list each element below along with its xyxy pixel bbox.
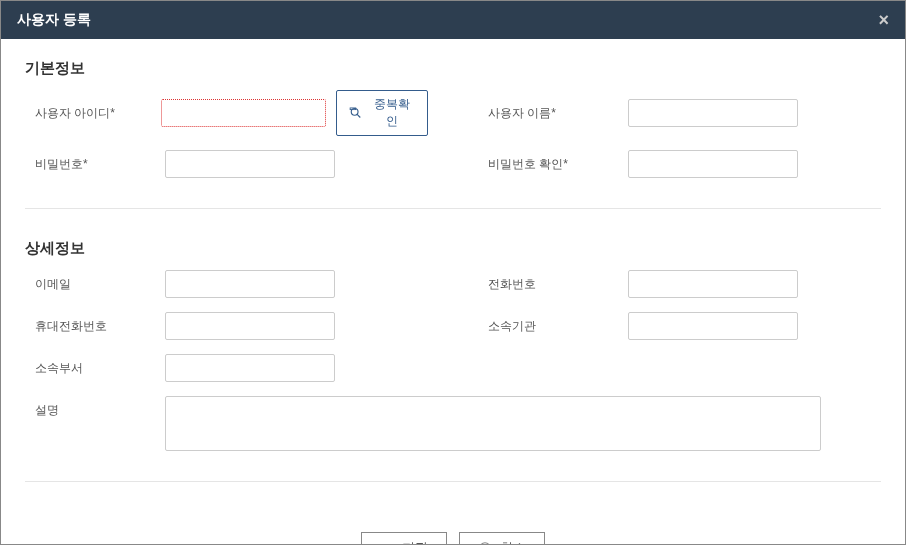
svg-line-1: [357, 114, 360, 117]
dialog-footer: 저장 취소: [25, 512, 881, 544]
dialog-header: 사용자 등록 ×: [1, 1, 905, 39]
detail-info-title: 상세정보: [25, 239, 881, 258]
user-name-label: 사용자 이름*: [478, 105, 628, 122]
cancel-icon: [478, 541, 492, 544]
save-button-label: 저장: [402, 539, 428, 544]
mobile-label: 휴대전화번호: [25, 318, 165, 335]
basic-info-section: 기본정보 사용자 아이디* 중복확인 사용자 이름*: [25, 59, 881, 209]
email-label: 이메일: [25, 276, 165, 293]
search-duplicate-icon: [349, 106, 363, 120]
user-name-input[interactable]: [628, 99, 798, 127]
check-icon: [380, 541, 394, 544]
duplicate-check-button[interactable]: 중복확인: [336, 90, 428, 136]
dialog-body: 기본정보 사용자 아이디* 중복확인 사용자 이름*: [1, 39, 905, 544]
cancel-button-label: 취소: [500, 539, 526, 544]
dialog-title: 사용자 등록: [17, 11, 91, 29]
basic-info-title: 기본정보: [25, 59, 881, 78]
phone-input[interactable]: [628, 270, 798, 298]
user-id-input[interactable]: [161, 99, 326, 127]
dept-input[interactable]: [165, 354, 335, 382]
user-registration-dialog: 사용자 등록 × 기본정보 사용자 아이디* 중복확인: [0, 0, 906, 545]
mobile-input[interactable]: [165, 312, 335, 340]
dept-label: 소속부서: [25, 360, 165, 377]
password-confirm-input[interactable]: [628, 150, 798, 178]
description-textarea[interactable]: [165, 396, 821, 451]
phone-label: 전화번호: [478, 276, 628, 293]
save-button[interactable]: 저장: [361, 532, 447, 544]
close-icon[interactable]: ×: [878, 11, 889, 29]
detail-info-section: 상세정보 이메일 전화번호 휴대전화번호 소속기관: [25, 239, 881, 482]
org-label: 소속기관: [478, 318, 628, 335]
password-confirm-label: 비밀번호 확인*: [478, 156, 628, 173]
org-input[interactable]: [628, 312, 798, 340]
cancel-button[interactable]: 취소: [459, 532, 545, 544]
svg-point-3: [480, 543, 491, 544]
user-id-label: 사용자 아이디*: [25, 105, 161, 122]
description-label: 설명: [25, 396, 165, 419]
duplicate-check-label: 중복확인: [369, 96, 415, 130]
password-label: 비밀번호*: [25, 156, 165, 173]
email-input[interactable]: [165, 270, 335, 298]
password-input[interactable]: [165, 150, 335, 178]
